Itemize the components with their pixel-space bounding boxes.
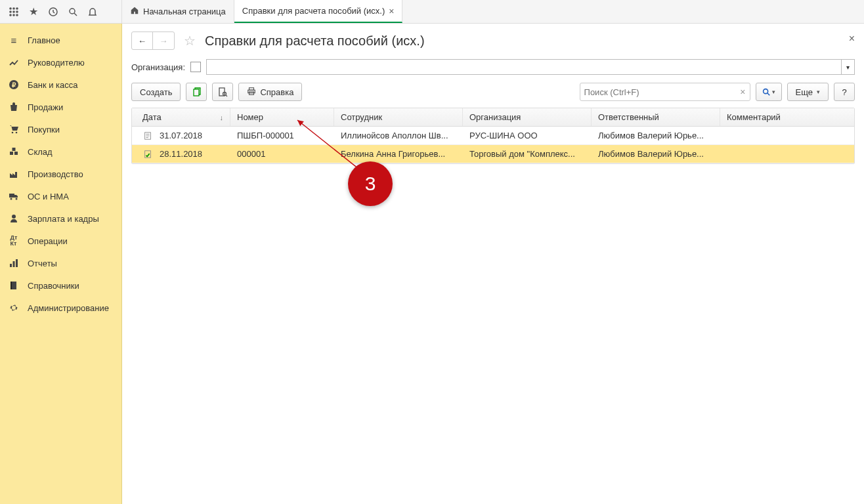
print-button[interactable]: Справка <box>238 83 302 101</box>
sidebar-item-label: Производство <box>28 169 83 179</box>
nav-back-button[interactable]: ← <box>132 32 153 49</box>
col-responsible[interactable]: Ответственный <box>592 108 720 126</box>
truck-icon <box>8 190 20 202</box>
nav-buttons: ← → <box>131 32 175 50</box>
advanced-search-button[interactable]: ▾ <box>756 83 782 101</box>
create-button[interactable]: Создать <box>131 83 181 101</box>
chevron-down-icon[interactable]: ▾ <box>841 60 854 74</box>
svg-point-19 <box>16 198 18 200</box>
col-comment[interactable]: Комментарий <box>720 108 854 126</box>
sidebar-item-sales[interactable]: Продажи <box>0 96 121 118</box>
svg-point-13 <box>12 132 14 134</box>
find-button[interactable] <box>212 83 233 101</box>
close-page-icon[interactable]: × <box>849 33 855 45</box>
organization-filter: Организация: ▾ <box>131 59 855 75</box>
svg-point-31 <box>764 89 768 94</box>
tab-active-label: Справки для расчета пособий (исх.) <box>242 6 385 16</box>
svg-point-0 <box>9 7 12 10</box>
search-clear-icon[interactable]: × <box>740 87 745 97</box>
action-toolbar: Создать Справка × ▾ Еще▾ ? <box>131 83 855 101</box>
svg-rect-15 <box>10 152 13 155</box>
svg-rect-22 <box>13 261 15 267</box>
organization-checkbox[interactable] <box>190 62 201 72</box>
menu-icon: ≡ <box>8 34 20 46</box>
nav-forward-button[interactable]: → <box>153 32 174 49</box>
ops-icon: ДтКт <box>8 235 20 247</box>
create-button-label: Создать <box>140 87 172 97</box>
svg-rect-23 <box>16 259 18 267</box>
home-icon <box>130 6 139 17</box>
sidebar-item-label: Администрирование <box>28 303 109 313</box>
top-icon-bar: ★ <box>0 0 122 23</box>
sidebar-item-assets[interactable]: ОС и НМА <box>0 185 121 207</box>
table-row[interactable]: 28.11.2018 000001 Белкина Анна Григорьев… <box>132 145 854 163</box>
close-icon[interactable]: × <box>389 6 394 16</box>
svg-point-5 <box>16 10 18 13</box>
sidebar-item-label: ОС и НМА <box>28 192 69 201</box>
tab-active[interactable]: Справки для расчета пособий (исх.) × <box>234 0 403 23</box>
sidebar-item-reports[interactable]: Отчеты <box>0 252 121 274</box>
main-header: ← → ☆ Справки для расчета пособий (исх.) <box>131 32 855 50</box>
sidebar-item-manager[interactable]: Руководителю <box>0 51 121 74</box>
organization-label: Организация: <box>131 62 185 72</box>
factory-icon <box>8 168 20 180</box>
cell-org: Торговый дом "Комплекс... <box>463 149 592 159</box>
organization-input[interactable] <box>207 60 841 74</box>
col-number[interactable]: Номер <box>230 108 334 126</box>
sidebar-item-bank[interactable]: ₽ Банк и касса <box>0 74 121 96</box>
search-box[interactable]: × <box>580 83 750 101</box>
organization-select[interactable]: ▾ <box>206 59 855 75</box>
sidebar-item-purchases[interactable]: Покупки <box>0 118 121 140</box>
cell-date: 28.11.2018 <box>160 149 202 159</box>
table-row[interactable]: 31.07.2018 ПШБП-000001 Иллинойсов Аполло… <box>132 127 854 145</box>
search-input[interactable] <box>584 87 741 97</box>
sidebar-item-warehouse[interactable]: Склад <box>0 140 121 163</box>
sidebar-item-admin[interactable]: Администрирование <box>0 297 121 319</box>
copy-button[interactable] <box>186 83 207 101</box>
trend-icon <box>8 56 20 68</box>
bell-icon[interactable] <box>83 2 102 22</box>
tab-home[interactable]: Начальная страница <box>122 0 234 23</box>
book-icon <box>8 280 20 291</box>
sidebar-item-label: Руководителю <box>28 58 85 68</box>
cell-employee: Иллинойсов Аполлон Шв... <box>334 131 463 140</box>
svg-rect-26 <box>219 88 225 96</box>
top-toolbar: ★ Начальная страница Справки для расчета… <box>0 0 864 24</box>
printer-icon <box>247 87 256 98</box>
sidebar-item-label: Склад <box>28 147 53 157</box>
page-title: Справки для расчета пособий (исх.) <box>205 33 425 49</box>
svg-rect-16 <box>14 152 18 155</box>
ruble-icon: ₽ <box>8 79 20 91</box>
svg-rect-25 <box>194 89 199 96</box>
search-top-icon[interactable] <box>63 2 83 22</box>
sidebar-item-operations[interactable]: ДтКт Операции <box>0 230 121 252</box>
sidebar-item-production[interactable]: Производство <box>0 163 121 185</box>
help-button[interactable]: ? <box>834 83 855 101</box>
svg-rect-21 <box>10 264 12 267</box>
sidebar-item-label: Покупки <box>28 125 60 135</box>
table-body: 31.07.2018 ПШБП-000001 Иллинойсов Аполло… <box>132 127 854 163</box>
sidebar-item-label: Банк и касса <box>28 80 78 90</box>
svg-rect-17 <box>12 148 16 151</box>
svg-point-18 <box>11 198 12 200</box>
col-employee[interactable]: Сотрудник <box>334 108 463 126</box>
sidebar: ≡ Главное Руководителю ₽ Банк и касса Пр… <box>0 24 122 504</box>
more-button[interactable]: Еще▾ <box>787 83 829 101</box>
sidebar-item-main[interactable]: ≡ Главное <box>0 29 121 51</box>
svg-point-7 <box>12 14 15 16</box>
sidebar-item-directories[interactable]: Справочники <box>0 274 121 297</box>
col-date[interactable]: Дата↓ <box>132 108 230 126</box>
favorite-star-icon[interactable]: ☆ <box>181 32 198 49</box>
col-organization[interactable]: Организация <box>463 108 592 126</box>
documents-table: Дата↓ Номер Сотрудник Организация Ответс… <box>131 108 855 164</box>
history-icon[interactable] <box>43 2 63 22</box>
tab-home-label: Начальная страница <box>143 7 226 16</box>
svg-point-6 <box>9 14 12 16</box>
sidebar-item-label: Продажи <box>28 102 63 112</box>
sidebar-item-label: Отчеты <box>28 259 57 268</box>
more-button-label: Еще <box>796 87 813 97</box>
apps-icon[interactable] <box>4 2 24 22</box>
person-icon <box>8 213 20 224</box>
sidebar-item-salary[interactable]: Зарплата и кадры <box>0 207 121 230</box>
star-icon[interactable]: ★ <box>24 2 43 22</box>
